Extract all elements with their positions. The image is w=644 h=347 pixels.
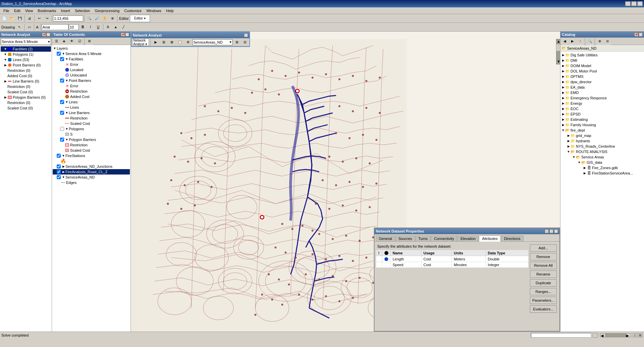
ndp-add-button[interactable]: Add... (530, 244, 557, 252)
catalog-search[interactable]: 🔍 (586, 38, 594, 45)
scroll-left[interactable]: ◀ (600, 333, 606, 337)
catalog-disconnect[interactable]: ⊖ (604, 38, 611, 45)
toc-source-view[interactable]: ◈ (60, 38, 68, 45)
ndp-remove-all-button[interactable]: Remove All (530, 262, 557, 269)
toc-polyb-restriction[interactable]: Restriction (53, 142, 130, 148)
underline-button[interactable]: U (95, 23, 102, 31)
cat-service-areas[interactable]: ▼ 📂 Service Areas (561, 154, 643, 160)
ndp-row-length[interactable]: ⬤ Length Cost Meters Double (376, 256, 529, 262)
toc-saj-checkbox[interactable] (57, 164, 61, 168)
toc-polyb-checkbox[interactable] (60, 138, 64, 142)
cat-emd[interactable]: ▶ 📁 EMD (561, 90, 643, 95)
catalog-forward[interactable]: ▶ (569, 38, 576, 45)
cat-hydrants[interactable]: ▶ 📁 hydrants (561, 138, 643, 144)
ndp-tab-directions[interactable]: Directions (501, 236, 524, 241)
toc-close-button[interactable]: × (125, 33, 129, 37)
cat-firestation-sa[interactable]: ▶ 🗄 FireStationServiceArea... (561, 170, 643, 176)
cat-dol[interactable]: ▶ 📁 DOL Motor Pool (561, 68, 643, 74)
cat-fire-dept[interactable]: ▼ 📂 fire_dept (561, 128, 643, 133)
expand-facilities[interactable]: ▼ (3, 47, 7, 51)
na-btn5[interactable]: ⚙ (184, 39, 192, 46)
na-tree-lb-restriction[interactable]: Restriction (0) (1, 84, 51, 89)
open-button[interactable]: 📂 (8, 15, 16, 22)
cat-ea[interactable]: ▶ 📁 EA_data (561, 85, 643, 90)
na-tree-pb-restriction[interactable]: Restriction (0) (1, 68, 51, 73)
cat-estimating[interactable]: ▶ 📁 Estimating (561, 117, 643, 122)
na-dropdown-btn[interactable]: Network Analyst ▾ (132, 39, 149, 46)
menu-geoprocessing[interactable]: Geoprocessing (93, 8, 121, 13)
na-pin-button[interactable]: 📌 (42, 33, 46, 37)
cat-family-housing[interactable]: ▶ 📁 Family Housing (561, 122, 643, 128)
toc-layers-root[interactable]: ▼ Layers (53, 46, 130, 51)
cat-epsd[interactable]: ▶ 📁 EPSD (561, 111, 643, 117)
menu-insert[interactable]: Insert (59, 8, 72, 13)
cat-dpw[interactable]: ▶ 📁 dpw_director (561, 79, 643, 85)
cat-eoc[interactable]: ▶ 📁 EOC (561, 106, 643, 111)
toc-fac-located[interactable]: Located (53, 67, 130, 72)
menu-windows[interactable]: Windows (144, 8, 163, 13)
editor-dropdown[interactable]: Editor ▾ (130, 15, 150, 22)
ndp-tab-general[interactable]: General (376, 236, 395, 241)
text-color-btn[interactable]: A (104, 23, 112, 31)
cat-fire-zones[interactable]: ▶ 🗄 Fire_Zones.gdb (561, 165, 643, 170)
zoom-100-btn[interactable]: 1 (633, 333, 637, 337)
italic-button[interactable]: I (87, 23, 94, 31)
toc-pin-button[interactable]: 📌 (121, 33, 125, 37)
catalog-pin[interactable]: 📌 (634, 33, 638, 37)
catalog-back[interactable]: ◀ (561, 38, 568, 45)
cat-dig-safe[interactable]: ▶ 📁 Dig Safe Utilities (561, 52, 643, 58)
scroll-up[interactable]: ▲ (556, 39, 560, 44)
ndp-row-speed[interactable]: Speed Cost Minutes Integer (376, 262, 529, 268)
cat-emergency[interactable]: ▶ 📁 Emergency Responce (561, 95, 643, 101)
scroll-right[interactable]: ▶ (626, 333, 631, 337)
full-extent-button[interactable]: ⊕ (109, 15, 116, 22)
toc-select-view[interactable]: ☑ (76, 38, 83, 45)
na-tree-poly-barriers[interactable]: ▶ Polygon Barriers (0) (1, 95, 51, 100)
ndp-remove-button[interactable]: Remove (530, 253, 557, 260)
menu-view[interactable]: View (23, 8, 35, 13)
na-btn2[interactable]: ⊞ (160, 39, 167, 46)
toc-fs-checkbox[interactable] (57, 154, 61, 158)
ndp-min-button[interactable]: _ (545, 229, 549, 233)
na-tree-polyb-scaledcost[interactable]: Scaled Cost (0) (1, 105, 51, 111)
catalog-up[interactable]: ↑ (577, 38, 584, 45)
zoom-in-button[interactable]: 🔍 (86, 15, 93, 22)
map-scrollbar-h[interactable]: ◀ ▶ (600, 333, 631, 337)
ndp-rename-button[interactable]: Rename (530, 270, 557, 278)
toc-sand-checkbox[interactable] (57, 175, 61, 179)
toc-sand-edges[interactable]: Edges (53, 180, 130, 185)
na-dropdown[interactable]: Service Area 5 Minute ▾ (1, 38, 51, 45)
catalog-close[interactable]: × (639, 33, 643, 37)
na-tree-polyb-restriction[interactable]: Restriction (0) (1, 100, 51, 105)
minimize-button[interactable]: _ (625, 1, 631, 6)
toc-service-areas-nd[interactable]: ▼ ServiceAreas_ND (53, 175, 130, 180)
bold-button[interactable]: B (79, 23, 87, 31)
toc-fa-checkbox[interactable] (57, 170, 61, 174)
menu-selection[interactable]: Selection (73, 8, 92, 13)
menu-file[interactable]: File (1, 8, 11, 13)
toc-polyb-scaledcost[interactable]: Scaled Cost (53, 148, 130, 153)
map-area[interactable]: Network Analyst × Network Analyst ▾ ▶ ⊞ … (131, 32, 560, 332)
toc-service-area[interactable]: ▼ Service Area 5 Minute (53, 51, 130, 56)
na-tree-facilities[interactable]: ▼ Facilities (2) (1, 46, 51, 52)
cat-doim[interactable]: ▶ 📁 DOIM Model (561, 63, 643, 68)
toc-fac-unlocated[interactable]: ? Unlocated (53, 72, 130, 78)
na-btn1[interactable]: ▶ (152, 39, 159, 46)
na-tree-lb-scaledcost[interactable]: Scaled Cost (0) (1, 89, 51, 95)
scroll-down[interactable]: ▼ (556, 59, 560, 64)
cat-gis-data[interactable]: ▼ 📂 GIS_data (561, 160, 643, 165)
ndp-ranges-button[interactable]: Ranges... (530, 288, 557, 295)
toc-sa-checkbox[interactable] (57, 52, 61, 56)
scroll-h-thumb[interactable] (606, 333, 626, 337)
toc-lb-scaledcost[interactable]: Scaled Cost (53, 121, 130, 126)
toc-pb-restriction[interactable]: Restriction (53, 89, 130, 94)
scale-input[interactable] (53, 15, 83, 21)
ndp-tab-turns[interactable]: Turns (415, 236, 431, 241)
catalog-connect[interactable]: ⊕ (596, 38, 603, 45)
toc-poly-checkbox[interactable] (60, 127, 64, 131)
na-grid-btn[interactable]: ⊞ (233, 39, 241, 46)
draw-rect[interactable]: ▭ (26, 23, 33, 31)
toc-fs-icon-row[interactable]: 🔥 (53, 158, 130, 164)
toc-poly-s[interactable]: S (53, 132, 130, 137)
menu-bookmarks[interactable]: Bookmarks (36, 8, 58, 13)
